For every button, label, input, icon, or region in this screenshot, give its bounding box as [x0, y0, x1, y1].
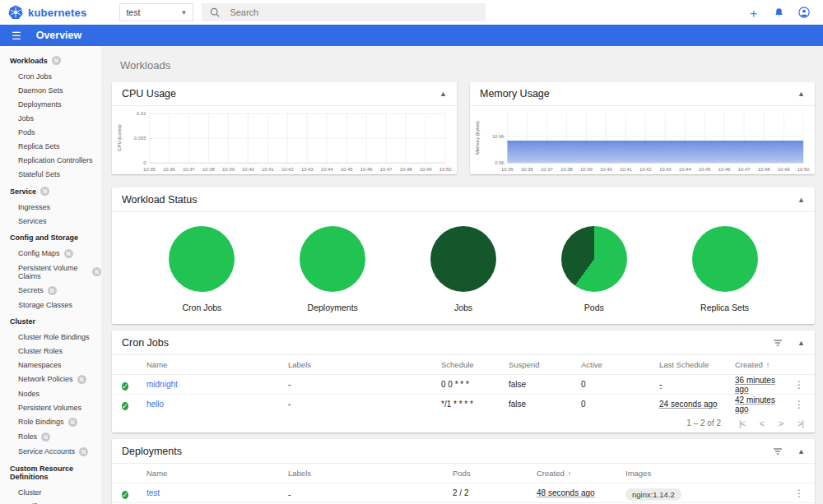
- column-header-name[interactable]: Name: [146, 469, 288, 478]
- sidebar-item-stateful-sets[interactable]: Stateful Sets: [0, 167, 101, 181]
- sidebar-item-network-policies[interactable]: Network PoliciesN: [0, 372, 101, 386]
- table-cell: -: [659, 380, 735, 389]
- collapse-caret-icon[interactable]: ▲: [797, 90, 805, 98]
- kubernetes-logo-link[interactable]: kubernetes: [8, 5, 86, 20]
- menu-hamburger-icon[interactable]: ☰: [12, 30, 21, 41]
- column-header-images[interactable]: Images: [625, 469, 788, 478]
- resource-name-link[interactable]: midnight: [146, 380, 288, 389]
- svg-text:10:49: 10:49: [420, 167, 432, 172]
- sidebar-item-namespaces[interactable]: Namespaces: [0, 358, 101, 372]
- appbar-title: Overview: [36, 30, 82, 41]
- column-header-created[interactable]: Created↑: [735, 360, 788, 369]
- status-cell: ✓: [122, 397, 146, 412]
- memory-usage-chart: 10:3510:3610:3710:3810:3910:4010:4110:42…: [470, 106, 815, 174]
- sidebar-item-label: Config Maps: [18, 249, 60, 257]
- sidebar-category-config-and-storage[interactable]: Config and Storage: [0, 229, 101, 246]
- sidebar-item-service-accounts[interactable]: Service AccountsN: [0, 444, 101, 459]
- sidebar-item-roles[interactable]: RolesN: [0, 429, 101, 444]
- sidebar-item-replica-sets[interactable]: Replica Sets: [0, 139, 101, 153]
- sidebar-item-replication-controllers[interactable]: Replication Controllers: [0, 153, 101, 167]
- sidebar-item-label: Persistent Volumes: [18, 404, 81, 412]
- sidebar-item-ingresses[interactable]: Ingresses: [0, 200, 101, 214]
- sidebar-category-service[interactable]: ServiceN: [0, 183, 101, 200]
- search-icon: [210, 7, 220, 17]
- first-page-icon[interactable]: |<: [739, 418, 745, 428]
- search-bar[interactable]: [202, 3, 486, 21]
- label-chip: nginx:1.14.2: [625, 488, 681, 501]
- collapse-caret-icon[interactable]: ▲: [797, 196, 805, 204]
- row-actions-menu-icon[interactable]: ⋮: [788, 379, 810, 391]
- svg-text:10:49: 10:49: [778, 167, 790, 172]
- row-actions-menu-icon[interactable]: ⋮: [788, 488, 810, 499]
- namespace-selector[interactable]: test ▼: [119, 3, 193, 21]
- sidebar-item-persistent-volumes[interactable]: Persistent Volumes: [0, 400, 101, 414]
- resource-name-link[interactable]: hello: [146, 400, 288, 409]
- svg-text:10 Mi: 10 Mi: [492, 134, 504, 139]
- sidebar-item-label: Cluster Roles: [18, 347, 63, 355]
- sidebar-category-custom-resource-definitions[interactable]: Custom Resource Definitions: [0, 460, 101, 485]
- resource-name-link[interactable]: test: [146, 488, 288, 497]
- column-header-last-schedule[interactable]: Last Schedule: [659, 360, 735, 369]
- sidebar-item-label: Cluster: [18, 488, 42, 497]
- collapse-caret-icon[interactable]: ▲: [797, 339, 805, 347]
- sidebar-item-jobs[interactable]: Jobs: [0, 111, 101, 125]
- sidebar-item-certificate[interactable]: Certificate: [0, 499, 101, 504]
- sidebar-item-cron-jobs[interactable]: Cron Jobs: [0, 69, 101, 83]
- svg-text:0.005: 0.005: [134, 136, 146, 141]
- sidebar-category-workloads[interactable]: WorkloadsN: [0, 52, 101, 69]
- previous-page-icon[interactable]: <: [760, 418, 764, 428]
- column-header-created[interactable]: Created↑: [537, 469, 625, 478]
- pie-label: Jobs: [454, 303, 472, 312]
- collapse-caret-icon[interactable]: ▲: [439, 90, 447, 98]
- filter-icon[interactable]: [773, 339, 783, 347]
- column-header-suspend[interactable]: Suspend: [509, 360, 581, 369]
- svg-text:0.01: 0.01: [137, 111, 146, 116]
- sidebar-item-label: Stateful Sets: [18, 170, 60, 178]
- sidebar-item-pods[interactable]: Pods: [0, 125, 101, 139]
- kubernetes-logo-icon: [8, 5, 23, 20]
- sidebar-item-label: Cron Jobs: [18, 72, 52, 81]
- column-header-pods[interactable]: Pods: [453, 469, 537, 478]
- sidebar-item-secrets[interactable]: SecretsN: [0, 283, 101, 298]
- filter-icon[interactable]: [773, 447, 783, 455]
- column-header-labels[interactable]: Labels: [288, 469, 453, 478]
- column-header-active[interactable]: Active: [581, 360, 659, 369]
- namespaced-badge: N: [68, 418, 77, 427]
- sidebar-item-nodes[interactable]: Nodes: [0, 386, 101, 400]
- sidebar-item-role-bindings[interactable]: Role BindingsN: [0, 414, 101, 429]
- next-page-icon[interactable]: >: [779, 418, 783, 428]
- namespace-value: test: [126, 7, 140, 17]
- row-actions-menu-icon[interactable]: ⋮: [788, 399, 810, 410]
- create-resource-button[interactable]: ＋: [747, 7, 760, 19]
- status-cell: ✓: [122, 486, 146, 501]
- namespaced-badge: N: [52, 56, 61, 65]
- sidebar-item-persistent-volume-claims[interactable]: Persistent Volume ClaimsN: [0, 261, 101, 283]
- sidebar-item-config-maps[interactable]: Config MapsN: [0, 246, 101, 261]
- svg-text:10:39: 10:39: [222, 167, 235, 172]
- sidebar-item-deployments[interactable]: Deployments: [0, 97, 101, 111]
- last-page-icon[interactable]: >|: [797, 418, 803, 428]
- workload-pie-deployments: Deployments: [267, 226, 398, 312]
- search-input[interactable]: [230, 7, 460, 17]
- sidebar-category-cluster[interactable]: Cluster: [0, 313, 101, 330]
- sidebar-item-daemon-sets[interactable]: Daemon Sets: [0, 83, 101, 97]
- sidebar-item-services[interactable]: Services: [0, 214, 101, 228]
- table-cell: 42 minutes ago: [735, 395, 788, 414]
- notifications-bell-icon[interactable]: [774, 7, 784, 18]
- column-header-name[interactable]: Name: [146, 360, 288, 369]
- table-cell: false: [509, 380, 581, 389]
- app-bar: ☰ Overview: [0, 25, 823, 46]
- sidebar-item-storage-classes[interactable]: Storage Classes: [0, 298, 101, 312]
- svg-text:Memory (bytes): Memory (bytes): [475, 121, 480, 155]
- sidebar-item-cluster-roles[interactable]: Cluster Roles: [0, 344, 101, 358]
- user-account-icon[interactable]: [798, 7, 810, 18]
- collapse-caret-icon[interactable]: ▲: [797, 447, 805, 455]
- svg-text:0 Mi: 0 Mi: [495, 160, 504, 165]
- column-header-labels[interactable]: Labels: [288, 360, 441, 369]
- sidebar-item-cluster-role-bindings[interactable]: Cluster Role Bindings: [0, 330, 101, 344]
- deployments-title: Deployments: [122, 446, 182, 457]
- sidebar-item-cluster[interactable]: Cluster: [0, 485, 101, 499]
- sidebar-item-label: Service Accounts: [18, 447, 75, 455]
- column-header-schedule[interactable]: Schedule: [441, 360, 509, 369]
- svg-text:10:39: 10:39: [580, 167, 593, 172]
